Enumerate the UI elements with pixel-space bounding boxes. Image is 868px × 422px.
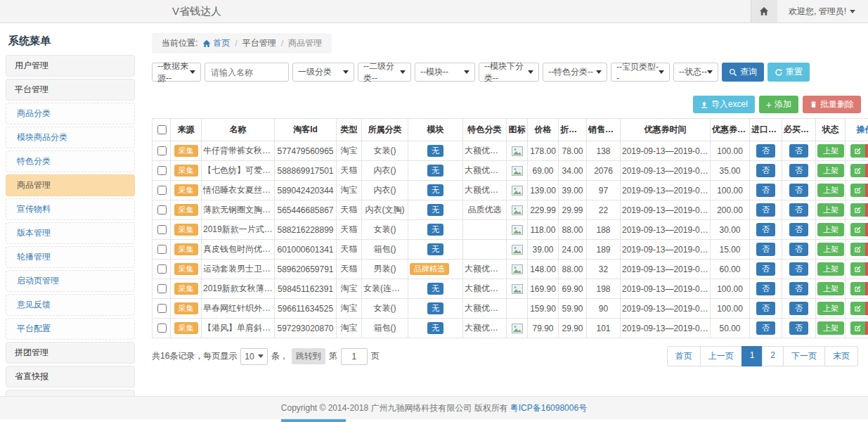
- import-select-toggle[interactable]: 否: [756, 164, 775, 177]
- row-checkbox[interactable]: [157, 186, 167, 195]
- edit-button[interactable]: [850, 321, 865, 335]
- filter-select-3[interactable]: --二级分类--: [358, 63, 411, 82]
- delete-button[interactable]: [865, 282, 868, 295]
- filter-select-7[interactable]: --宝贝类型--: [611, 63, 670, 82]
- horizontal-scrollbar-thumb[interactable]: [281, 419, 346, 422]
- delete-button[interactable]: [865, 302, 868, 315]
- row-checkbox[interactable]: [157, 245, 167, 254]
- import-select-toggle[interactable]: 否: [756, 262, 775, 275]
- sidebar-item-8[interactable]: 轮播管理: [6, 246, 135, 268]
- must-buy-toggle[interactable]: 否: [789, 203, 808, 216]
- sidebar-item-7[interactable]: 版本管理: [6, 222, 135, 244]
- row-checkbox[interactable]: [157, 225, 167, 234]
- page-number-input[interactable]: [341, 348, 368, 365]
- breadcrumb-item[interactable]: 平台管理: [242, 37, 276, 49]
- filter-select-0[interactable]: --数据来源--: [152, 63, 201, 82]
- sidebar-item-1[interactable]: 平台管理: [6, 79, 135, 101]
- status-button[interactable]: 上架: [817, 184, 844, 196]
- filter-select-8[interactable]: --状态--: [673, 63, 718, 82]
- row-checkbox[interactable]: [157, 284, 167, 293]
- filter-select-4[interactable]: --模块--: [415, 63, 475, 82]
- pager-button-5[interactable]: 末页: [824, 346, 858, 366]
- sidebar-item-6[interactable]: 宣传物料: [6, 198, 135, 220]
- delete-button[interactable]: [865, 321, 868, 335]
- user-menu[interactable]: 欢迎您, 管理员!: [789, 6, 855, 18]
- filter-select-2[interactable]: 一级分类: [292, 63, 354, 82]
- delete-button[interactable]: [865, 203, 868, 217]
- must-buy-toggle[interactable]: 否: [789, 302, 808, 314]
- row-checkbox[interactable]: [157, 304, 167, 313]
- sidebar-item-4[interactable]: 特色分类: [6, 151, 135, 172]
- row-checkbox[interactable]: [157, 166, 167, 175]
- must-buy-toggle[interactable]: 否: [789, 184, 808, 196]
- status-button[interactable]: 上架: [817, 302, 844, 314]
- sidebar-item-13[interactable]: 省直快报: [6, 366, 135, 388]
- name-search-input[interactable]: [205, 63, 289, 82]
- home-button[interactable]: [751, 0, 777, 23]
- delete-button[interactable]: [865, 164, 868, 177]
- page-size-select[interactable]: 10: [240, 348, 267, 365]
- edit-button[interactable]: [850, 282, 865, 295]
- must-buy-toggle[interactable]: 否: [789, 144, 808, 157]
- pager-button-1[interactable]: 上一页: [700, 346, 742, 366]
- status-button[interactable]: 上架: [817, 262, 844, 275]
- must-buy-toggle[interactable]: 否: [789, 282, 808, 295]
- filter-select-5[interactable]: --模块下分类--: [479, 63, 539, 82]
- import-select-toggle[interactable]: 否: [756, 282, 775, 295]
- edit-button[interactable]: [850, 243, 865, 256]
- pager-button-2[interactable]: 1: [741, 346, 763, 366]
- import-excel-button[interactable]: 导入excel: [693, 96, 755, 113]
- reset-button[interactable]: 重置: [767, 63, 810, 82]
- delete-button[interactable]: [865, 262, 868, 276]
- add-button[interactable]: + 添加: [759, 96, 798, 113]
- edit-button[interactable]: [850, 302, 865, 315]
- sidebar-item-11[interactable]: 平台配置: [6, 318, 135, 340]
- status-button[interactable]: 上架: [817, 144, 844, 157]
- status-button[interactable]: 上架: [817, 223, 844, 236]
- filter-select-6[interactable]: --特色分类--: [543, 63, 607, 82]
- sidebar-item-2[interactable]: 商品分类: [6, 103, 135, 124]
- edit-button[interactable]: [850, 223, 865, 236]
- row-checkbox[interactable]: [157, 264, 167, 274]
- import-select-toggle[interactable]: 否: [756, 223, 775, 236]
- sidebar-item-3[interactable]: 模块商品分类: [6, 127, 135, 148]
- delete-button[interactable]: [865, 144, 868, 158]
- delete-button[interactable]: [865, 243, 868, 256]
- must-buy-toggle[interactable]: 否: [789, 262, 808, 275]
- edit-button[interactable]: [850, 203, 865, 217]
- import-select-toggle[interactable]: 否: [756, 144, 775, 157]
- icp-link[interactable]: 粤ICP备16098006号: [510, 402, 587, 414]
- delete-button[interactable]: [865, 184, 868, 197]
- sidebar-item-0[interactable]: 用户管理: [6, 55, 135, 77]
- sidebar-item-5[interactable]: 商品管理: [6, 174, 135, 196]
- search-button[interactable]: 查询: [722, 63, 764, 82]
- pager-button-4[interactable]: 下一页: [783, 346, 825, 366]
- sidebar-item-10[interactable]: 意见反馈: [6, 294, 135, 316]
- pager-button-3[interactable]: 2: [762, 346, 784, 366]
- pager-button-0[interactable]: 首页: [667, 346, 701, 366]
- must-buy-toggle[interactable]: 否: [789, 243, 808, 255]
- must-buy-toggle[interactable]: 否: [789, 321, 808, 334]
- row-checkbox[interactable]: [157, 324, 167, 333]
- status-button[interactable]: 上架: [817, 203, 844, 216]
- edit-button[interactable]: [850, 184, 865, 197]
- row-checkbox[interactable]: [157, 146, 167, 155]
- import-select-toggle[interactable]: 否: [756, 243, 775, 255]
- must-buy-toggle[interactable]: 否: [789, 223, 808, 236]
- import-select-toggle[interactable]: 否: [756, 321, 775, 334]
- status-button[interactable]: 上架: [817, 243, 844, 255]
- batch-delete-button[interactable]: 批量删除: [803, 96, 861, 113]
- row-checkbox[interactable]: [157, 205, 167, 215]
- must-buy-toggle[interactable]: 否: [789, 164, 808, 177]
- import-select-toggle[interactable]: 否: [756, 302, 775, 314]
- delete-button[interactable]: [865, 223, 868, 236]
- edit-button[interactable]: [850, 164, 865, 177]
- status-button[interactable]: 上架: [817, 321, 844, 334]
- jump-button[interactable]: 跳转到: [292, 348, 325, 364]
- sidebar-item-12[interactable]: 拼团管理: [6, 342, 135, 364]
- edit-button[interactable]: [850, 144, 865, 158]
- select-all-checkbox[interactable]: [157, 125, 167, 134]
- edit-button[interactable]: [850, 262, 865, 276]
- breadcrumb-home-link[interactable]: 首页: [202, 37, 230, 49]
- status-button[interactable]: 上架: [817, 164, 844, 177]
